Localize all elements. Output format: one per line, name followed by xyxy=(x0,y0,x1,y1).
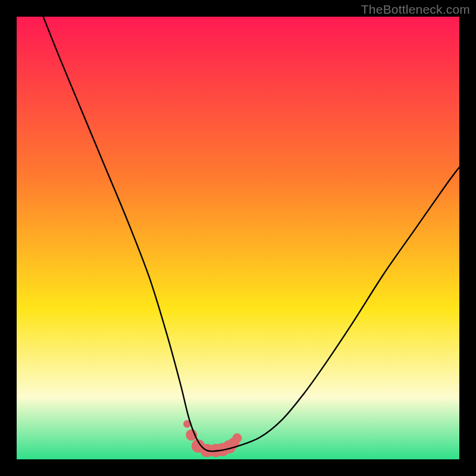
plot-area xyxy=(17,17,459,459)
outer-frame: TheBottleneck.com xyxy=(0,0,476,476)
marker-dot xyxy=(233,433,242,443)
watermark-text: TheBottleneck.com xyxy=(361,2,470,17)
chart-svg xyxy=(17,17,459,459)
gradient-background xyxy=(17,17,459,459)
